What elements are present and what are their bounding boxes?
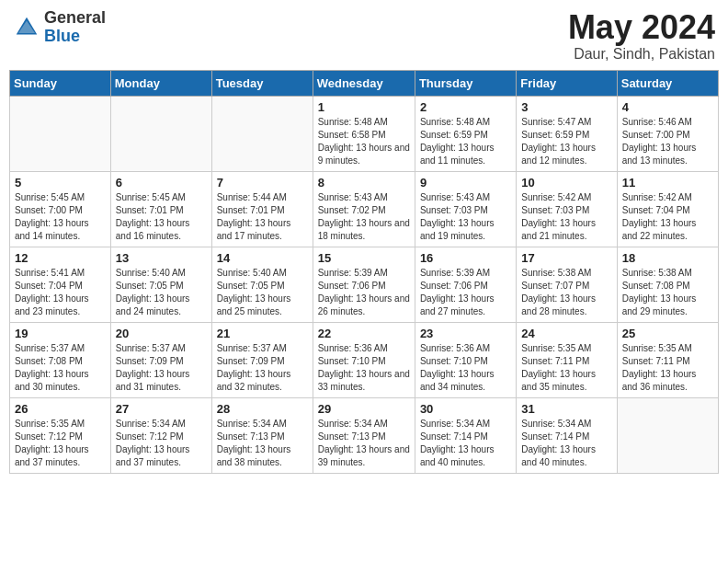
logo-general: General xyxy=(44,9,106,28)
day-number: 23 xyxy=(420,327,511,340)
calendar-cell: 8Sunrise: 5:43 AM Sunset: 7:02 PM Daylig… xyxy=(313,171,415,247)
cell-info: Sunrise: 5:42 AM Sunset: 7:03 PM Dayligh… xyxy=(521,191,611,243)
logo-blue: Blue xyxy=(44,28,106,46)
day-number: 8 xyxy=(318,176,410,190)
day-number: 9 xyxy=(420,176,511,190)
day-number: 12 xyxy=(15,251,106,265)
day-number: 4 xyxy=(622,100,713,114)
cell-info: Sunrise: 5:39 AM Sunset: 7:06 PM Dayligh… xyxy=(420,267,511,318)
cell-info: Sunrise: 5:34 AM Sunset: 7:14 PM Dayligh… xyxy=(521,418,611,469)
day-number: 10 xyxy=(521,176,611,190)
weekday-header: Saturday xyxy=(617,70,718,96)
calendar-cell: 28Sunrise: 5:34 AM Sunset: 7:13 PM Dayli… xyxy=(211,397,313,473)
cell-info: Sunrise: 5:34 AM Sunset: 7:13 PM Dayligh… xyxy=(318,418,410,469)
calendar-cell: 22Sunrise: 5:36 AM Sunset: 7:10 PM Dayli… xyxy=(313,322,415,397)
calendar-cell: 13Sunrise: 5:40 AM Sunset: 7:05 PM Dayli… xyxy=(110,247,211,322)
logo-text: General Blue xyxy=(44,9,106,46)
day-number: 15 xyxy=(318,251,410,265)
day-number: 29 xyxy=(318,402,410,416)
calendar-cell: 2Sunrise: 5:48 AM Sunset: 6:59 PM Daylig… xyxy=(415,96,516,171)
cell-info: Sunrise: 5:40 AM Sunset: 7:05 PM Dayligh… xyxy=(217,267,308,318)
weekday-header: Thursday xyxy=(415,70,516,96)
weekday-header: Monday xyxy=(110,70,211,96)
calendar-week-row: 1Sunrise: 5:48 AM Sunset: 6:58 PM Daylig… xyxy=(10,96,719,171)
cell-info: Sunrise: 5:34 AM Sunset: 7:13 PM Dayligh… xyxy=(217,418,308,469)
cell-info: Sunrise: 5:43 AM Sunset: 7:03 PM Dayligh… xyxy=(420,191,511,243)
calendar-cell: 7Sunrise: 5:44 AM Sunset: 7:01 PM Daylig… xyxy=(211,171,313,247)
cell-info: Sunrise: 5:35 AM Sunset: 7:12 PM Dayligh… xyxy=(15,418,106,469)
cell-info: Sunrise: 5:44 AM Sunset: 7:01 PM Dayligh… xyxy=(217,191,308,243)
cell-info: Sunrise: 5:48 AM Sunset: 6:59 PM Dayligh… xyxy=(420,116,511,167)
cell-info: Sunrise: 5:36 AM Sunset: 7:10 PM Dayligh… xyxy=(420,342,511,394)
calendar-cell: 14Sunrise: 5:40 AM Sunset: 7:05 PM Dayli… xyxy=(211,247,313,322)
day-number: 1 xyxy=(318,100,410,114)
calendar-cell xyxy=(10,96,111,171)
calendar-cell: 20Sunrise: 5:37 AM Sunset: 7:09 PM Dayli… xyxy=(110,322,211,397)
day-number: 31 xyxy=(521,402,611,416)
day-number: 5 xyxy=(15,176,106,190)
day-number: 22 xyxy=(318,327,410,340)
cell-info: Sunrise: 5:36 AM Sunset: 7:10 PM Dayligh… xyxy=(318,342,410,394)
calendar-cell: 12Sunrise: 5:41 AM Sunset: 7:04 PM Dayli… xyxy=(10,247,111,322)
day-number: 21 xyxy=(217,327,308,340)
day-number: 6 xyxy=(116,176,207,190)
cell-info: Sunrise: 5:35 AM Sunset: 7:11 PM Dayligh… xyxy=(521,342,611,394)
day-number: 24 xyxy=(521,327,611,340)
day-number: 19 xyxy=(15,327,106,340)
calendar-cell: 26Sunrise: 5:35 AM Sunset: 7:12 PM Dayli… xyxy=(10,397,111,473)
calendar-cell: 10Sunrise: 5:42 AM Sunset: 7:03 PM Dayli… xyxy=(517,171,617,247)
cell-info: Sunrise: 5:46 AM Sunset: 7:00 PM Dayligh… xyxy=(622,116,713,167)
cell-info: Sunrise: 5:41 AM Sunset: 7:04 PM Dayligh… xyxy=(15,267,106,318)
calendar-cell: 17Sunrise: 5:38 AM Sunset: 7:07 PM Dayli… xyxy=(517,247,617,322)
calendar-cell xyxy=(211,96,313,171)
calendar-cell: 16Sunrise: 5:39 AM Sunset: 7:06 PM Dayli… xyxy=(415,247,516,322)
weekday-header: Friday xyxy=(517,70,617,96)
calendar-cell: 4Sunrise: 5:46 AM Sunset: 7:00 PM Daylig… xyxy=(617,96,718,171)
calendar-cell: 3Sunrise: 5:47 AM Sunset: 6:59 PM Daylig… xyxy=(517,96,617,171)
cell-info: Sunrise: 5:37 AM Sunset: 7:08 PM Dayligh… xyxy=(15,342,106,394)
day-number: 27 xyxy=(116,402,207,416)
calendar-cell xyxy=(110,96,211,171)
cell-info: Sunrise: 5:42 AM Sunset: 7:04 PM Dayligh… xyxy=(622,191,713,243)
weekday-header: Tuesday xyxy=(211,70,313,96)
cell-info: Sunrise: 5:48 AM Sunset: 6:58 PM Dayligh… xyxy=(318,116,410,167)
cell-info: Sunrise: 5:45 AM Sunset: 7:01 PM Dayligh… xyxy=(116,191,207,243)
cell-info: Sunrise: 5:37 AM Sunset: 7:09 PM Dayligh… xyxy=(217,342,308,394)
calendar-cell: 25Sunrise: 5:35 AM Sunset: 7:11 PM Dayli… xyxy=(617,322,718,397)
day-number: 26 xyxy=(15,402,106,416)
month-title: May 2024 xyxy=(568,9,715,46)
day-number: 7 xyxy=(217,176,308,190)
cell-info: Sunrise: 5:38 AM Sunset: 7:07 PM Dayligh… xyxy=(521,267,611,318)
cell-info: Sunrise: 5:38 AM Sunset: 7:08 PM Dayligh… xyxy=(622,267,713,318)
weekday-header: Sunday xyxy=(10,70,111,96)
day-number: 17 xyxy=(521,251,611,265)
logo-icon xyxy=(13,14,40,41)
calendar-cell: 23Sunrise: 5:36 AM Sunset: 7:10 PM Dayli… xyxy=(415,322,516,397)
calendar-cell: 9Sunrise: 5:43 AM Sunset: 7:03 PM Daylig… xyxy=(415,171,516,247)
cell-info: Sunrise: 5:37 AM Sunset: 7:09 PM Dayligh… xyxy=(116,342,207,394)
day-number: 18 xyxy=(622,251,713,265)
cell-info: Sunrise: 5:34 AM Sunset: 7:12 PM Dayligh… xyxy=(116,418,207,469)
cell-info: Sunrise: 5:47 AM Sunset: 6:59 PM Dayligh… xyxy=(521,116,611,167)
day-number: 28 xyxy=(217,402,308,416)
cell-info: Sunrise: 5:39 AM Sunset: 7:06 PM Dayligh… xyxy=(318,267,410,318)
logo: General Blue xyxy=(13,9,106,46)
calendar-cell: 11Sunrise: 5:42 AM Sunset: 7:04 PM Dayli… xyxy=(617,171,718,247)
cell-info: Sunrise: 5:34 AM Sunset: 7:14 PM Dayligh… xyxy=(420,418,511,469)
day-number: 25 xyxy=(622,327,713,340)
calendar-week-row: 26Sunrise: 5:35 AM Sunset: 7:12 PM Dayli… xyxy=(10,397,719,473)
calendar-week-row: 19Sunrise: 5:37 AM Sunset: 7:08 PM Dayli… xyxy=(10,322,719,397)
page-header: General Blue May 2024 Daur, Sindh, Pakis… xyxy=(9,9,719,63)
calendar-cell: 21Sunrise: 5:37 AM Sunset: 7:09 PM Dayli… xyxy=(211,322,313,397)
calendar-cell: 15Sunrise: 5:39 AM Sunset: 7:06 PM Dayli… xyxy=(313,247,415,322)
calendar-week-row: 12Sunrise: 5:41 AM Sunset: 7:04 PM Dayli… xyxy=(10,247,719,322)
calendar-cell xyxy=(617,397,718,473)
calendar-cell: 6Sunrise: 5:45 AM Sunset: 7:01 PM Daylig… xyxy=(110,171,211,247)
calendar-cell: 5Sunrise: 5:45 AM Sunset: 7:00 PM Daylig… xyxy=(10,171,111,247)
day-number: 3 xyxy=(521,100,611,114)
calendar-cell: 30Sunrise: 5:34 AM Sunset: 7:14 PM Dayli… xyxy=(415,397,516,473)
location: Daur, Sindh, Pakistan xyxy=(568,46,715,63)
day-number: 16 xyxy=(420,251,511,265)
cell-info: Sunrise: 5:43 AM Sunset: 7:02 PM Dayligh… xyxy=(318,191,410,243)
calendar-cell: 29Sunrise: 5:34 AM Sunset: 7:13 PM Dayli… xyxy=(313,397,415,473)
